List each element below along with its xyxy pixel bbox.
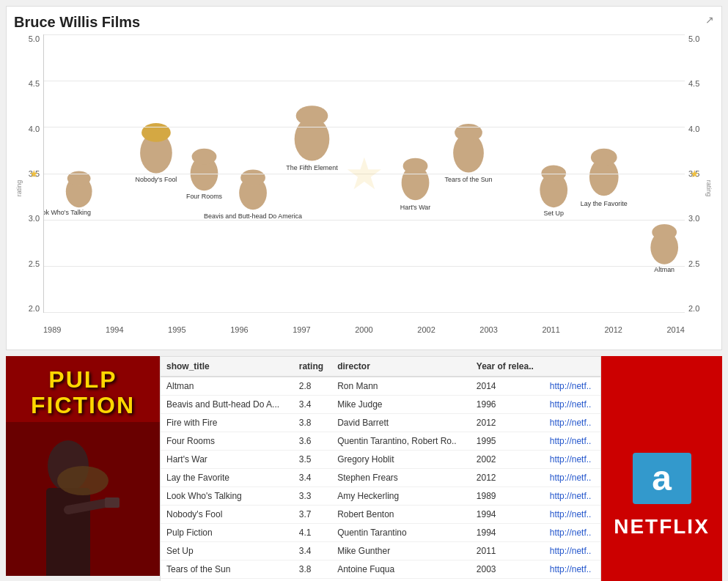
svg-text:Beavis and Butt-head Do Americ: Beavis and Butt-head Do America [204, 212, 302, 220]
cell-rating: 3.4 [293, 469, 331, 487]
cell-title: Nobody's Fool [161, 506, 293, 524]
table-row[interactable]: The Expendables 2 3.9 Simon West 2012 ht… [161, 579, 600, 582]
table-row[interactable]: Tears of the Sun 3.8 Antoine Fuqua 2003 … [161, 560, 600, 579]
netflix-a-letter: a [652, 458, 672, 498]
cell-title: Tears of the Sun [161, 560, 293, 579]
table-row[interactable]: Nobody's Fool 3.7 Robert Benton 1994 htt… [161, 506, 600, 524]
x-label-1996: 1996 [230, 325, 248, 334]
cell-url[interactable]: http://netf.. [544, 414, 600, 432]
table-row[interactable]: Altman 2.8 Ron Mann 2014 http://netf.. [161, 377, 600, 396]
film-four-rooms[interactable]: Four Rooms [186, 149, 223, 201]
svg-text:Altman: Altman [654, 266, 674, 273]
grid-line-30 [44, 220, 685, 221]
x-label-2000: 2000 [355, 325, 372, 334]
y-axis-left: 5.0 4.5 4.0 3.5 3.0 2.5 2.0 [14, 34, 43, 313]
cell-rating: 3.4 [293, 542, 331, 560]
cell-director: Quentin Tarantino, Robert Ro.. [331, 432, 471, 451]
cell-url[interactable]: http://netf.. [544, 469, 600, 487]
table-row[interactable]: Beavis and Butt-head Do A... 3.4 Mike Ju… [161, 396, 600, 414]
grid-line-25 [44, 266, 685, 267]
cell-url[interactable]: http://netf.. [544, 560, 600, 579]
table-row[interactable]: Look Who's Talking 3.3 Amy Heckerling 19… [161, 487, 600, 506]
cell-rating: 3.8 [293, 414, 331, 432]
cell-url[interactable]: http://netf.. [544, 451, 600, 469]
col-title[interactable]: show_title [161, 357, 293, 377]
cell-rating: 3.3 [293, 487, 331, 506]
film-nobodys-fool[interactable]: Nobody's Fool [136, 123, 177, 183]
cell-rating: 3.6 [293, 432, 331, 451]
cell-url[interactable]: http://netf.. [544, 579, 600, 582]
col-rating[interactable]: rating [293, 357, 331, 377]
svg-point-13 [296, 106, 328, 126]
cell-url[interactable]: http://netf.. [544, 542, 600, 560]
cell-url[interactable]: http://netf.. [544, 524, 600, 542]
y-label-right-40: 4.0 [688, 125, 699, 133]
table-row[interactable]: Lay the Favorite 3.4 Stephen Frears 2012… [161, 469, 600, 487]
film-lay-the-favorite[interactable]: Lay the Favorite [581, 149, 628, 207]
x-label-2014: 2014 [666, 325, 684, 334]
cell-url[interactable]: http://netf.. [544, 377, 600, 396]
cell-title: Pulp Fiction [161, 524, 293, 542]
film-look-whos-talking[interactable]: Look Who's Talking [44, 171, 92, 217]
grid-line-35 [44, 174, 685, 174]
y-label-right-25: 2.5 [688, 259, 699, 268]
cell-title: Altman [161, 377, 293, 396]
cell-url[interactable]: http://netf.. [544, 396, 600, 414]
col-director[interactable]: director [331, 357, 471, 377]
svg-text:Look Who's Talking: Look Who's Talking [44, 209, 91, 216]
y-label-right-50: 5.0 [688, 34, 699, 43]
main-container: Bruce Willis Films ↗ 5.0 4.5 4.0 3.5 3.0… [0, 6, 728, 581]
film-fifth-element[interactable]: The Fifth Element [286, 106, 338, 171]
cell-url[interactable]: http://netf.. [544, 506, 600, 524]
svg-text:Set Up: Set Up [544, 210, 564, 217]
cell-url[interactable]: http://netf.. [544, 432, 600, 451]
cell-title: Fire with Fire [161, 414, 293, 432]
cell-year: 2012 [471, 414, 544, 432]
cell-director: David Barrett [331, 414, 471, 432]
cell-director: Mike Judge [331, 396, 471, 414]
y-label-50: 5.0 [29, 34, 40, 43]
x-label-1995: 1995 [168, 325, 185, 334]
x-axis: 1989 1994 1995 1996 1997 2000 2002 2003 … [43, 317, 685, 342]
table-row[interactable]: Hart's War 3.5 Gregory Hoblit 2002 http:… [161, 451, 600, 469]
chart-plot: ★ ★ Look Who's Talking [43, 34, 685, 313]
cell-title: Lay the Favorite [161, 469, 293, 487]
cell-rating: 3.8 [293, 560, 331, 579]
y-label-30: 3.0 [29, 214, 40, 223]
netflix-a-box: a [633, 453, 691, 504]
table-row[interactable]: Pulp Fiction 4.1 Quentin Tarantino 1994 … [161, 524, 600, 542]
cell-url[interactable]: http://netf.. [544, 487, 600, 506]
x-label-1989: 1989 [43, 325, 61, 334]
col-year[interactable]: Year of relea.. [471, 357, 544, 377]
table-row[interactable]: Fire with Fire 3.8 David Barrett 2012 ht… [161, 414, 600, 432]
cell-director: Antoine Fuqua [331, 560, 471, 579]
cell-year: 2011 [471, 542, 544, 560]
netflix-logo: NETFLIX [614, 515, 710, 539]
svg-text:Four Rooms: Four Rooms [186, 193, 223, 200]
x-label-1997: 1997 [293, 325, 310, 334]
col-url[interactable] [544, 357, 600, 377]
data-table: show_title rating director Year of relea… [160, 356, 601, 581]
x-label-2003: 2003 [479, 325, 497, 334]
svg-point-28 [652, 224, 677, 240]
film-harts-war[interactable]: Hart's War [400, 158, 431, 212]
film-tears-of-the-sun[interactable]: Tears of the Sun [445, 124, 493, 183]
svg-text:Nobody's Fool: Nobody's Fool [136, 176, 177, 183]
cell-year: 2012 [471, 469, 544, 487]
cell-title: Hart's War [161, 451, 293, 469]
export-icon[interactable]: ↗ [705, 14, 714, 26]
svg-point-16 [403, 158, 428, 174]
y-label-right-30: 3.0 [688, 214, 699, 223]
cell-year: 2002 [471, 451, 544, 469]
cell-rating: 3.9 [293, 579, 331, 582]
y-label-right-20: 2.0 [688, 304, 699, 313]
cell-director: Ron Mann [331, 377, 471, 396]
cell-title: The Expendables 2 [161, 579, 293, 582]
table-row[interactable]: Set Up 3.4 Mike Gunther 2011 http://netf… [161, 542, 600, 560]
table-row[interactable]: Four Rooms 3.6 Quentin Tarantino, Robert… [161, 432, 600, 451]
y-label-20: 2.0 [29, 304, 40, 313]
y-label-25: 2.5 [29, 259, 40, 268]
cell-rating: 3.5 [293, 451, 331, 469]
svg-rect-35 [6, 422, 160, 576]
table-header-row: show_title rating director Year of relea… [161, 357, 600, 377]
